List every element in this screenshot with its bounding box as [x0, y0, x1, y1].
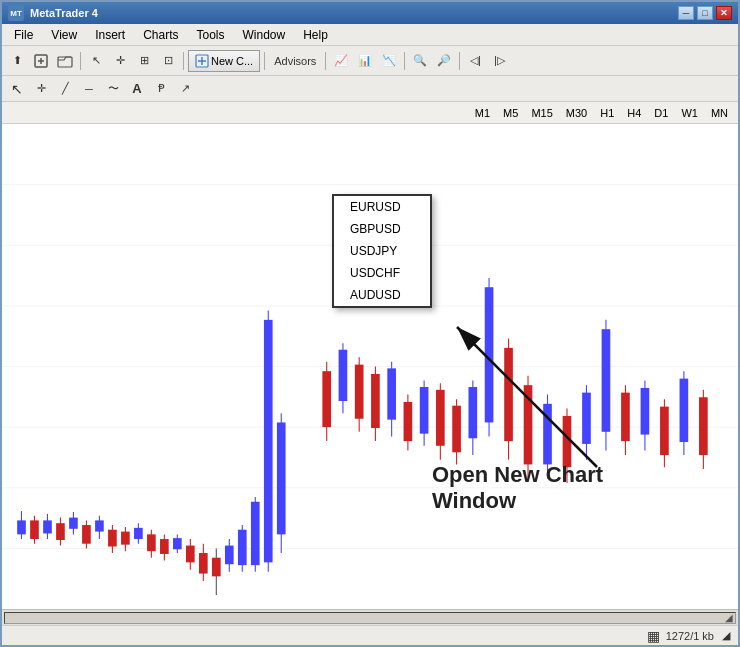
tf-m5[interactable]: M5: [497, 105, 524, 121]
window-title: MetaTrader 4: [30, 7, 98, 19]
svg-rect-72: [436, 390, 445, 446]
menu-help[interactable]: Help: [295, 26, 336, 44]
window-controls: ─ □ ✕: [678, 6, 732, 20]
svg-rect-18: [30, 520, 39, 539]
menu-file[interactable]: File: [6, 26, 41, 44]
app-icon: MT: [8, 5, 24, 21]
svg-rect-80: [504, 348, 513, 441]
status-scroll-icon: ◢: [722, 629, 730, 642]
status-bar: ▦ 1272/1 kb ◢: [2, 625, 738, 645]
tf-m15[interactable]: M15: [525, 105, 558, 121]
menu-tools[interactable]: Tools: [189, 26, 233, 44]
svg-rect-30: [108, 530, 117, 547]
menu-bar: File View Insert Charts Tools Window Hel…: [2, 24, 738, 46]
separator-1: [80, 52, 81, 70]
svg-rect-16: [17, 520, 26, 534]
tb-back-icon[interactable]: ◁|: [464, 50, 486, 72]
svg-rect-58: [322, 371, 331, 427]
dt-abc-icon[interactable]: Ᵽ: [150, 78, 172, 100]
maximize-button[interactable]: □: [697, 6, 713, 20]
svg-rect-56: [277, 422, 286, 534]
dropdown-item-usdjpy[interactable]: USDJPY: [334, 240, 430, 262]
tb-crosshair-icon[interactable]: ✛: [109, 50, 131, 72]
dt-dash-icon[interactable]: ─: [78, 78, 100, 100]
svg-rect-54: [264, 320, 273, 562]
svg-rect-52: [251, 502, 260, 565]
svg-rect-48: [225, 546, 234, 565]
main-area: M1 M5 M15 M30 H1 H4 D1 W1 MN: [2, 102, 738, 609]
svg-rect-36: [147, 534, 156, 551]
separator-4: [325, 52, 326, 70]
svg-rect-88: [582, 393, 591, 444]
svg-rect-76: [468, 387, 477, 438]
separator-6: [459, 52, 460, 70]
dropdown-item-gbpusd[interactable]: GBPUSD: [334, 218, 430, 240]
status-chart-icon: ▦: [647, 628, 660, 644]
tb-open-icon[interactable]: [54, 50, 76, 72]
svg-rect-28: [95, 520, 104, 531]
tb-arrow-icon[interactable]: ⬆: [6, 50, 28, 72]
horizontal-scrollbar[interactable]: ◢: [2, 609, 738, 625]
dt-cross-icon[interactable]: ✛: [30, 78, 52, 100]
svg-rect-82: [524, 385, 533, 464]
svg-rect-22: [56, 523, 65, 540]
svg-rect-64: [371, 374, 380, 428]
tf-m30[interactable]: M30: [560, 105, 593, 121]
chart-area[interactable]: M1 M5 M15 M30 H1 H4 D1 W1 MN: [2, 102, 738, 609]
new-chart-button[interactable]: New C...: [188, 50, 260, 72]
scrollbar-track[interactable]: ◢: [4, 612, 736, 624]
tf-d1[interactable]: D1: [648, 105, 674, 121]
menu-view[interactable]: View: [43, 26, 85, 44]
svg-rect-62: [355, 365, 364, 419]
dropdown-item-audusd[interactable]: AUDUSD: [334, 284, 430, 306]
svg-rect-78: [485, 287, 494, 422]
svg-rect-90: [602, 329, 611, 432]
tb-period-icon[interactable]: ⊡: [157, 50, 179, 72]
tb-zoomout-icon[interactable]: 🔎: [433, 50, 455, 72]
scroll-end-icon: ◢: [725, 612, 733, 623]
menu-charts[interactable]: Charts: [135, 26, 186, 44]
tb-indicator2-icon[interactable]: 📊: [354, 50, 376, 72]
main-toolbar: ⬆ ↖ ✛ ⊞ ⊡ New C... Advisors 📈 📊 📉 🔍 🔎 ◁|…: [2, 46, 738, 76]
tf-m1[interactable]: M1: [469, 105, 496, 121]
svg-rect-84: [543, 404, 552, 465]
svg-rect-44: [199, 553, 208, 574]
svg-rect-60: [339, 350, 348, 401]
tb-cursor-icon[interactable]: ↖: [85, 50, 107, 72]
tf-w1[interactable]: W1: [675, 105, 704, 121]
drawing-toolbar: ↖ ✛ ╱ ─ 〜 A Ᵽ ↗: [2, 76, 738, 102]
dt-line-icon[interactable]: ╱: [54, 78, 76, 100]
tb-new-icon[interactable]: [30, 50, 52, 72]
tb-zoom-icon[interactable]: ⊞: [133, 50, 155, 72]
dt-cursor-icon[interactable]: ↖: [6, 78, 28, 100]
menu-window[interactable]: Window: [235, 26, 294, 44]
svg-rect-70: [420, 387, 429, 434]
dt-wave-icon[interactable]: 〜: [102, 78, 124, 100]
dt-arrow-icon[interactable]: ↗: [174, 78, 196, 100]
svg-rect-46: [212, 558, 221, 577]
menu-insert[interactable]: Insert: [87, 26, 133, 44]
tf-mn[interactable]: MN: [705, 105, 734, 121]
svg-rect-40: [173, 538, 182, 549]
svg-rect-68: [404, 402, 413, 441]
tb-indicator3-icon[interactable]: 📉: [378, 50, 400, 72]
minimize-button[interactable]: ─: [678, 6, 694, 20]
symbol-dropdown[interactable]: EURUSD GBPUSD USDJPY USDCHF AUDUSD: [332, 194, 432, 308]
svg-rect-74: [452, 406, 461, 453]
separator-3: [264, 52, 265, 70]
tb-advisors-label: Advisors: [269, 50, 321, 72]
tf-h1[interactable]: H1: [594, 105, 620, 121]
svg-rect-38: [160, 539, 169, 554]
dropdown-item-eurusd[interactable]: EURUSD: [334, 196, 430, 218]
dt-text-icon[interactable]: A: [126, 78, 148, 100]
tf-h4[interactable]: H4: [621, 105, 647, 121]
tb-zoomin-icon[interactable]: 🔍: [409, 50, 431, 72]
dropdown-item-usdchf[interactable]: USDCHF: [334, 262, 430, 284]
svg-rect-86: [563, 416, 572, 467]
svg-rect-24: [69, 518, 78, 529]
tb-indicator1-icon[interactable]: 📈: [330, 50, 352, 72]
svg-rect-96: [660, 407, 669, 456]
svg-rect-50: [238, 530, 247, 565]
tb-fwd-icon[interactable]: |▷: [488, 50, 510, 72]
close-button[interactable]: ✕: [716, 6, 732, 20]
